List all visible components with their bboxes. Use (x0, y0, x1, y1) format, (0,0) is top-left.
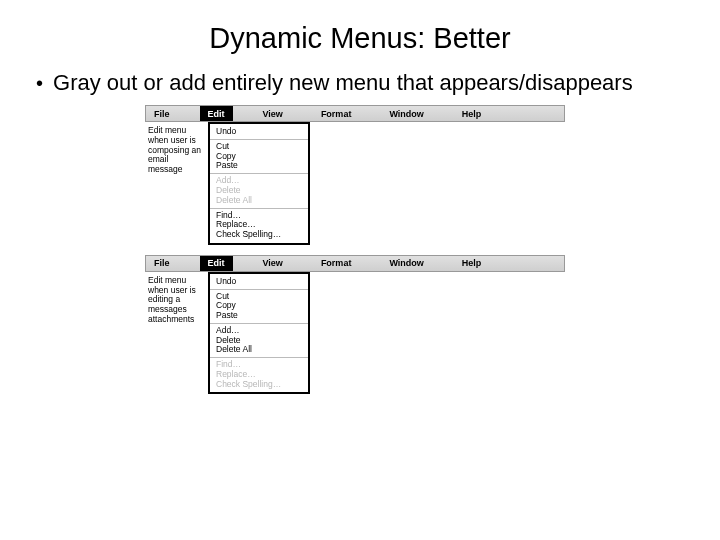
menu-window[interactable]: Window (381, 256, 431, 271)
edit-dropdown: Undo Cut Copy Paste Add… Delete Delete A… (208, 122, 310, 245)
menu-format[interactable]: Format (313, 106, 360, 121)
menu-item-check-spelling[interactable]: Check Spelling… (216, 230, 302, 240)
menu-format[interactable]: Format (313, 256, 360, 271)
menu-edit[interactable]: Edit (200, 106, 233, 121)
example-caption: Edit menu when user is composing an emai… (145, 122, 208, 175)
menu-item-delete-all: Delete All (216, 196, 302, 206)
menubar: File Edit View Format Window Help (145, 105, 565, 122)
menu-file[interactable]: File (146, 106, 178, 121)
menu-view[interactable]: View (255, 106, 291, 121)
menu-item-undo[interactable]: Undo (216, 127, 302, 137)
example-1: File Edit View Format Window Help Edit m… (145, 105, 565, 245)
menu-window[interactable]: Window (381, 106, 431, 121)
menubar: File Edit View Format Window Help (145, 255, 565, 272)
menu-edit[interactable]: Edit (200, 256, 233, 271)
menu-item-paste[interactable]: Paste (216, 311, 302, 321)
menu-item-delete-all[interactable]: Delete All (216, 345, 302, 355)
edit-dropdown: Undo Cut Copy Paste Add… Delete Delete A… (208, 272, 310, 395)
example-caption: Edit menu when user is editing a message… (145, 272, 208, 325)
bullet-marker: • (36, 69, 53, 97)
menu-item-check-spelling: Check Spelling… (216, 380, 302, 390)
bullet-item: • Gray out or add entirely new menu that… (0, 69, 720, 97)
menu-item-undo[interactable]: Undo (216, 277, 302, 287)
bullet-text: Gray out or add entirely new menu that a… (53, 69, 633, 97)
examples-container: File Edit View Format Window Help Edit m… (145, 105, 565, 394)
example-2: File Edit View Format Window Help Edit m… (145, 255, 565, 395)
menu-item-paste[interactable]: Paste (216, 161, 302, 171)
menu-help[interactable]: Help (454, 256, 490, 271)
menu-view[interactable]: View (255, 256, 291, 271)
menu-file[interactable]: File (146, 256, 178, 271)
slide-title: Dynamic Menus: Better (0, 0, 720, 69)
menu-help[interactable]: Help (454, 106, 490, 121)
